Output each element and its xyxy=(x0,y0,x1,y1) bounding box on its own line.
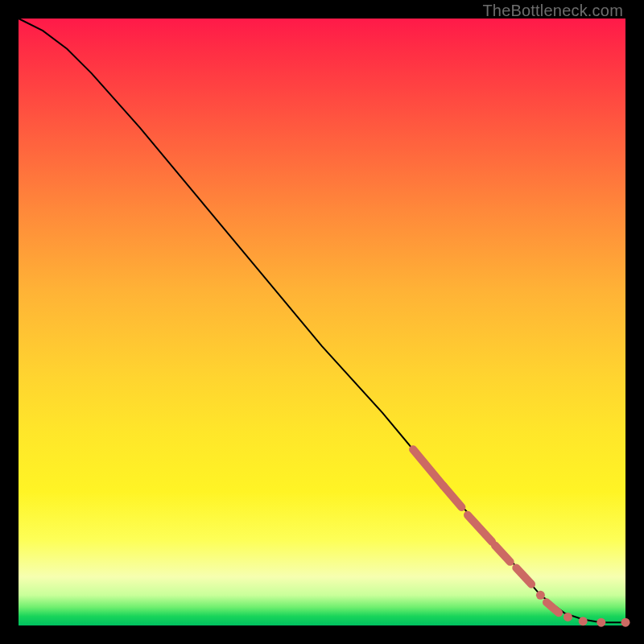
marker-dot xyxy=(579,617,588,625)
marker-segment xyxy=(413,449,444,485)
curve-markers xyxy=(413,449,630,626)
marker-dot xyxy=(597,618,605,627)
marker-segment xyxy=(516,568,531,584)
marker-segment xyxy=(444,486,462,507)
chart-frame: TheBottleneck.com xyxy=(0,0,644,644)
marker-dot xyxy=(621,618,630,627)
plot-area xyxy=(19,19,625,625)
marker-dot xyxy=(564,613,572,621)
bottleneck-curve xyxy=(19,19,625,622)
watermark-text: TheBottleneck.com xyxy=(482,2,623,20)
marker-dot xyxy=(536,591,545,600)
marker-segment xyxy=(495,546,510,562)
curve-layer xyxy=(19,19,625,625)
marker-segment xyxy=(468,515,492,542)
marker-segment xyxy=(547,602,559,613)
